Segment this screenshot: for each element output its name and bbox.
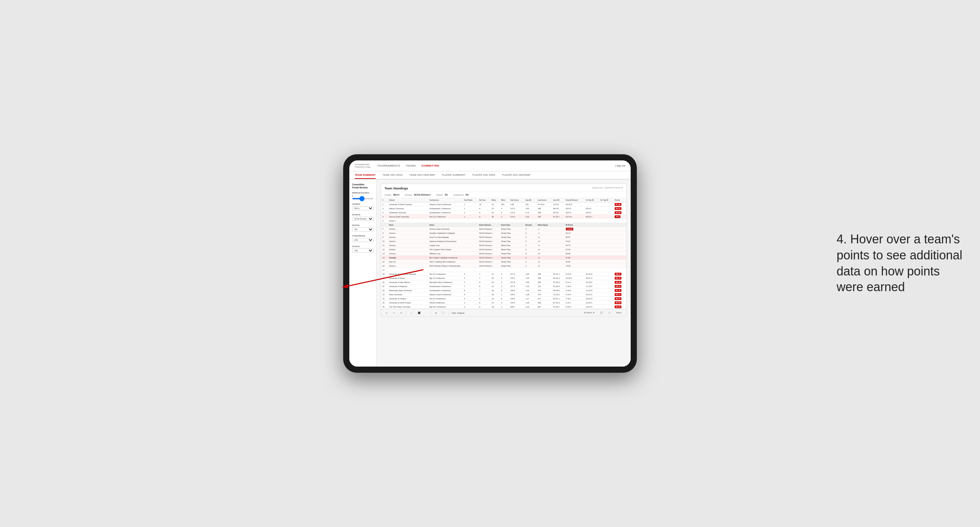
redo-button[interactable]: ↪	[392, 311, 396, 314]
table-row[interactable]: 2 Auburn University Southeastern Confere…	[381, 206, 626, 211]
toolbar-right: 👁 Watch ▼ 💬 ⬜ Share	[582, 311, 623, 314]
table-row[interactable]: 3 Vanderbilt University Southeastern Con…	[381, 211, 626, 215]
update-time: Update time: 13/03/2024 10:03:42	[592, 187, 623, 189]
table-row[interactable]: 25 University of North Florida ASUN Conf…	[381, 301, 626, 305]
standings-table: # School Conference Conf Rank No Tour Bn…	[381, 198, 626, 309]
col-overall-record: Overall Record	[565, 198, 585, 202]
region-filter: Region: All	[436, 194, 448, 196]
copy-button[interactable]: ⬚	[409, 311, 414, 314]
nav-links: TOURNAMENTS TEAMS COMMITTEE	[377, 164, 439, 167]
nav-tournaments[interactable]: TOURNAMENTS	[377, 164, 400, 167]
table-row[interactable]: 5 Texas T...	[381, 219, 626, 223]
table-row[interactable]: 26 The Ohio State University Big Ten Con…	[381, 305, 626, 309]
col-no-tour: No Tour	[478, 198, 490, 202]
panel-header: Team Standings Update time: 13/03/2024 1…	[381, 184, 626, 192]
col-conf-rank: Conf Rank	[463, 198, 478, 202]
logo: SCOREBOARD Powered by clipp	[355, 163, 371, 168]
view-label: View: Original	[452, 312, 465, 314]
col-low-score: Low Score	[536, 198, 552, 202]
layout-button[interactable]: ⬜	[607, 311, 612, 314]
table-row[interactable]: 13 Univers... Williams Cup NCAA Division…	[381, 252, 626, 256]
content-area: Team Standings Update time: 13/03/2024 1…	[377, 179, 631, 367]
table-row[interactable]: 23 Duke University Atlantic Coast Confer…	[381, 292, 626, 297]
sidebar-title: CommitteePortal Review	[352, 183, 374, 189]
nav-committee[interactable]: COMMITTEE	[422, 164, 439, 167]
view-selector[interactable]: View: Original	[452, 312, 465, 314]
table-row[interactable]: 7 Univers... Arizona State University NC…	[381, 227, 626, 231]
sidebar: CommitteePortal Review Minimum Rounds 5 …	[349, 179, 377, 367]
tab-player-h2h-heatmap[interactable]: PLAYER H2H HEATMAP	[502, 171, 531, 179]
table-row[interactable]: 21 University of Alabama Southeastern Co…	[381, 284, 626, 289]
table-row[interactable]: 12 Florida I The Cypress Point Classic N…	[381, 248, 626, 252]
tab-player-h2h-grid[interactable]: PLAYER H2H GRID	[472, 171, 495, 179]
watch-button[interactable]: 👁 Watch ▼	[582, 311, 596, 314]
col-low-sg: Low SG	[552, 198, 565, 202]
col-bnds: Bnds	[490, 198, 500, 202]
portal-panel: Team Standings Update time: 13/03/2024 1…	[381, 184, 627, 317]
separator	[406, 311, 406, 315]
gender-filter: Gender: Men's	[385, 194, 399, 196]
gender-select[interactable]: Men's Women's	[352, 206, 374, 210]
top-nav: SCOREBOARD Powered by clipp TOURNAMENTS …	[349, 160, 631, 171]
table-row[interactable]: 24 University of Oregon Pac-12 Conferenc…	[381, 297, 626, 301]
region-select[interactable]: N/A All	[352, 227, 374, 232]
separator2	[431, 311, 431, 315]
share-button[interactable]: Share	[615, 311, 623, 314]
add-button[interactable]: ⊕	[434, 311, 438, 314]
table-row[interactable]: 4 Arizona State University Pac-12 Confer…	[381, 215, 626, 219]
paste-button[interactable]: ⬛	[417, 311, 422, 314]
bottom-toolbar: ↩ ↪ ↺ ⬚ ⬛ · ⊕ 🕐 View: Original	[381, 309, 626, 316]
division-filter: Division: NCAA Division I	[405, 194, 431, 196]
refresh-button[interactable]: ↺	[399, 311, 403, 314]
conference-select[interactable]: (All)	[352, 238, 374, 242]
table-row[interactable]: 16 Univers... 2023 Sahalee Players Champ…	[381, 264, 626, 268]
col-points: Points	[613, 198, 626, 202]
table-row[interactable]: 11 Univers... Copper Cup NCAA Division I…	[381, 243, 626, 248]
table-row[interactable]: 19 University of Texas Big 12 Conference…	[381, 276, 626, 280]
panel-title: Team Standings	[385, 187, 408, 190]
sidebar-conference: Conference (All)	[352, 235, 374, 242]
table-row[interactable]: 18 University of California, Berkeley Pa…	[381, 272, 626, 276]
table-row[interactable]: 8 Univers... Southern Highlands Collegia…	[381, 231, 626, 235]
clock-icon[interactable]: 🕐	[441, 311, 446, 314]
tab-player-summary[interactable]: PLAYER SUMMARY	[442, 171, 466, 179]
col-vs-top-50: Vs Top 50	[599, 198, 613, 202]
sidebar-region: Region N/A All	[352, 224, 374, 232]
tab-team-h2h-grid[interactable]: TEAM H2H GRID	[382, 171, 402, 179]
sub-nav: TEAM SUMMARY TEAM H2H GRID TEAM H2H HEAT…	[349, 171, 631, 179]
tab-team-summary[interactable]: TEAM SUMMARY	[355, 171, 375, 179]
table-row[interactable]: 15 East Ter OFCC Fighting Illini Invitat…	[381, 260, 626, 264]
comment-button[interactable]: 💬	[599, 311, 604, 314]
table-row[interactable]: 10 Univers... National Invitational Tour…	[381, 239, 626, 243]
nav-teams[interactable]: TEAMS	[406, 164, 416, 167]
col-conference: Conference	[428, 198, 463, 202]
table-row[interactable]: 1 University of North Carolina Atlantic …	[381, 202, 626, 206]
more-button[interactable]: ·	[425, 312, 428, 314]
sidebar-division: Division NCAA Division I NCAA Division I…	[352, 214, 374, 221]
sign-out-button[interactable]: | Sign out	[615, 165, 625, 167]
undo-button[interactable]: ↩	[385, 311, 389, 314]
min-rounds-slider[interactable]	[352, 198, 374, 199]
tablet-frame: SCOREBOARD Powered by clipp TOURNAMENTS …	[343, 154, 637, 373]
col-wins: Wins	[500, 198, 509, 202]
division-select[interactable]: NCAA Division I NCAA Division II NCAA Di…	[352, 217, 374, 221]
main-content: CommitteePortal Review Minimum Rounds 5 …	[349, 179, 631, 367]
filters-row: Gender: Men's Division: NCAA Division I …	[381, 192, 626, 198]
tooltip-header-row: Team Event Event Division Event Type Rou…	[381, 223, 626, 227]
table-row[interactable]: 17	[381, 268, 626, 272]
school-select[interactable]: (All)	[352, 249, 374, 252]
annotation-area: 4. Hover over a team's points to see add…	[837, 232, 966, 295]
tablet-screen: SCOREBOARD Powered by clipp TOURNAMENTS …	[349, 160, 631, 367]
annotation-text: 4. Hover over a team's points to see add…	[837, 232, 966, 295]
table-row[interactable]: 20 University of New Mexico Mountain Wes…	[381, 280, 626, 284]
conference-filter: Conference: All	[453, 194, 468, 196]
tab-team-h2h-heatmap[interactable]: TEAM H2H HEATMAP	[409, 171, 435, 179]
table-row[interactable]: 22 Mississippi State University Southeas…	[381, 289, 626, 292]
table-row[interactable]: 9 Univers... Amer An Intercollegiate NCA…	[381, 235, 626, 239]
col-school: School	[388, 198, 428, 202]
table-container: # School Conference Conf Rank No Tour Bn…	[381, 198, 626, 309]
col-avg-sg: Avg SG	[524, 198, 536, 202]
separator3	[449, 311, 449, 315]
georgia-row[interactable]: 14 Georgia Ben Hogan Collegiate Invitati…	[381, 256, 626, 260]
col-rank: #	[381, 198, 388, 202]
